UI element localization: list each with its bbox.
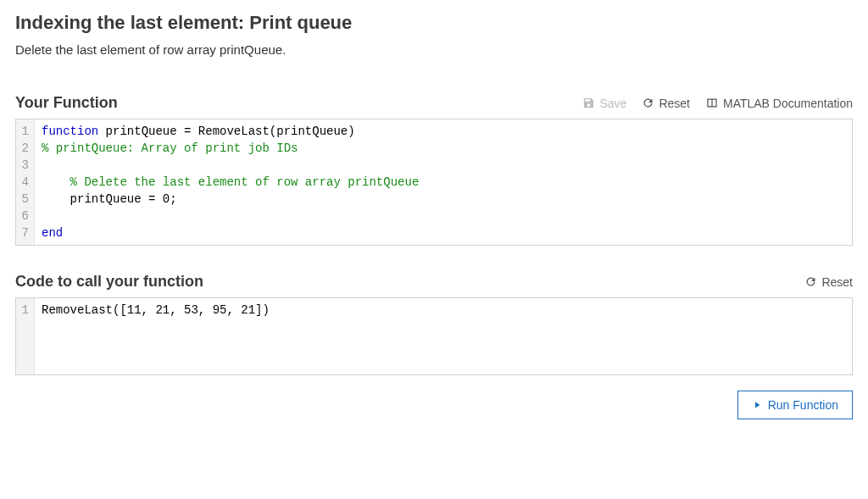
call-function-header: Code to call your function Reset (15, 273, 853, 291)
docs-button[interactable]: MATLAB Documentation (705, 97, 853, 110)
code-area[interactable]: RemoveLast([11, 21, 53, 95, 21]) (35, 298, 852, 374)
instructions-text: Delete the last element of row array pri… (15, 42, 853, 57)
your-function-code-editor[interactable]: 1234567 function printQueue = RemoveLast… (15, 119, 853, 246)
play-icon (752, 399, 762, 411)
your-function-toolbar: Save Reset MATLAB Documentation (582, 97, 853, 110)
call-function-toolbar: Reset (804, 275, 853, 289)
reset-icon (642, 97, 654, 109)
run-function-button[interactable]: Run Function (737, 391, 853, 419)
your-function-heading: Your Function (15, 94, 118, 112)
gutter: 1 (16, 298, 35, 374)
gutter: 1234567 (16, 119, 35, 245)
save-label: Save (599, 97, 626, 110)
reset-icon (804, 275, 817, 288)
save-button[interactable]: Save (582, 97, 626, 110)
page-title: Indexing the last element: Print queue (15, 12, 853, 34)
book-icon (705, 97, 719, 109)
run-function-label: Run Function (768, 398, 838, 412)
reset-call-label: Reset (821, 275, 853, 289)
reset-label: Reset (659, 97, 690, 110)
code-area[interactable]: function printQueue = RemoveLast(printQu… (35, 119, 852, 245)
docs-label: MATLAB Documentation (723, 97, 853, 110)
call-function-code-editor[interactable]: 1 RemoveLast([11, 21, 53, 95, 21]) (15, 297, 853, 375)
reset-call-button[interactable]: Reset (804, 275, 853, 289)
save-icon (582, 97, 595, 109)
call-function-heading: Code to call your function (15, 273, 203, 291)
reset-button[interactable]: Reset (642, 97, 690, 110)
run-row: Run Function (15, 391, 853, 419)
your-function-header: Your Function Save Reset MATLAB Document… (15, 94, 853, 112)
